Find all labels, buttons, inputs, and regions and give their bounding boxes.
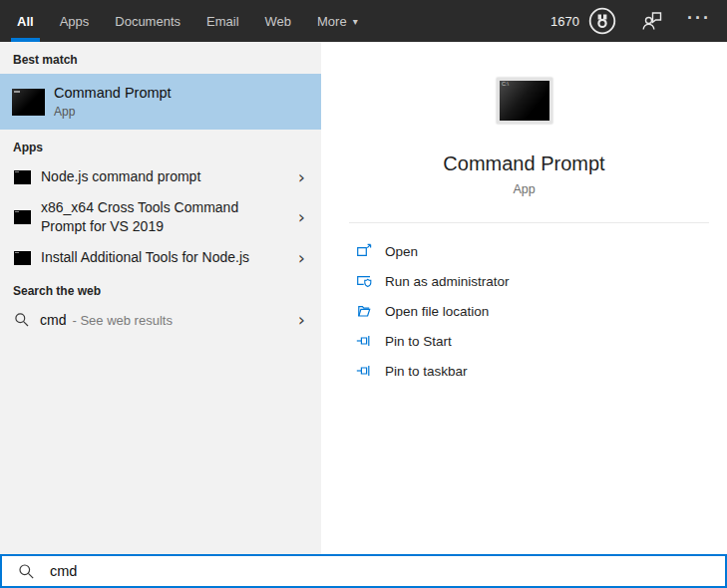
command-prompt-icon	[12, 89, 45, 116]
search-filter-bar: All Apps Documents Email Web More ▾ 1670…	[0, 0, 727, 42]
pin-icon	[356, 333, 372, 349]
tab-documents-label: Documents	[115, 14, 181, 29]
best-match-command-prompt[interactable]: Command Prompt App	[0, 74, 321, 130]
command-prompt-large-icon: C:\	[497, 78, 552, 124]
action-open-label: Open	[385, 244, 418, 259]
web-query: cmd	[40, 312, 66, 328]
app-item-install-additional-tools[interactable]: Install Additional Tools for Node.js ›	[0, 242, 321, 273]
results-panel: Best match Command Prompt App Apps Node.…	[0, 42, 321, 554]
terminal-icon	[14, 210, 31, 224]
search-input[interactable]: cmd	[0, 554, 727, 588]
tab-web-label: Web	[265, 14, 292, 29]
best-match-title: Command Prompt	[54, 85, 172, 101]
command-prompt-icon-text: C:\	[502, 81, 509, 87]
action-pin-to-start-label: Pin to Start	[385, 334, 452, 349]
tab-apps-label: Apps	[60, 14, 90, 29]
search-the-web-header: Search the web	[0, 273, 321, 305]
action-open-file-location-label: Open file location	[385, 304, 489, 319]
feedback-person-icon[interactable]	[641, 10, 663, 32]
action-list: Open Run as administrator Open file loca…	[321, 236, 727, 386]
more-options-icon[interactable]: ···	[687, 9, 711, 33]
chevron-down-icon: ▾	[353, 16, 358, 27]
preview-title: Command Prompt	[321, 152, 727, 175]
tab-email[interactable]: Email	[193, 0, 252, 42]
action-run-as-administrator[interactable]: Run as administrator	[321, 266, 727, 296]
rewards-medal-icon[interactable]	[587, 6, 617, 36]
terminal-icon	[14, 251, 31, 265]
tab-all[interactable]: All	[4, 0, 47, 42]
tab-email-label: Email	[206, 14, 239, 29]
tab-all-label: All	[17, 14, 34, 29]
best-match-text: Command Prompt App	[54, 85, 172, 119]
topbar-right-cluster: 1670 ···	[550, 0, 711, 42]
chevron-right-icon[interactable]: ›	[298, 249, 311, 267]
pin-icon	[356, 363, 372, 379]
action-pin-to-taskbar-label: Pin to taskbar	[385, 364, 468, 379]
shield-window-icon	[356, 273, 372, 289]
search-icon	[18, 563, 35, 580]
divider	[349, 222, 709, 223]
app-item-nodejs-command-prompt[interactable]: Node.js command prompt ›	[0, 161, 321, 192]
best-match-subtitle: App	[54, 105, 172, 119]
tab-more[interactable]: More ▾	[304, 0, 371, 42]
action-pin-to-taskbar[interactable]: Pin to taskbar	[321, 356, 727, 386]
action-open-file-location[interactable]: Open file location	[321, 296, 727, 326]
preview-hero: C:\ Command Prompt App	[321, 42, 727, 196]
web-query-suffix: - See web results	[72, 313, 172, 328]
action-pin-to-start[interactable]: Pin to Start	[321, 326, 727, 356]
best-match-header: Best match	[0, 42, 321, 74]
app-item-title: Node.js command prompt	[41, 167, 200, 186]
search-input-value: cmd	[50, 563, 77, 579]
filter-tabs: All Apps Documents Email Web More ▾	[4, 0, 371, 42]
chevron-right-icon[interactable]: ›	[298, 208, 311, 226]
chevron-right-icon[interactable]: ›	[298, 168, 311, 186]
action-open[interactable]: Open	[321, 236, 727, 266]
tab-web[interactable]: Web	[252, 0, 305, 42]
rewards-points: 1670	[550, 14, 579, 29]
app-item-cross-tools-command-prompt[interactable]: x86_x64 Cross Tools Command Prompt for V…	[0, 192, 321, 242]
app-item-title: Install Additional Tools for Node.js	[41, 248, 249, 267]
apps-header: Apps	[0, 130, 321, 161]
preview-subtitle: App	[321, 182, 727, 196]
action-run-as-administrator-label: Run as administrator	[385, 274, 510, 289]
tab-documents[interactable]: Documents	[102, 0, 193, 42]
preview-panel: C:\ Command Prompt App Open Run as admin…	[321, 42, 727, 554]
open-icon	[356, 243, 372, 259]
web-result-cmd[interactable]: cmd - See web results ›	[0, 305, 321, 335]
terminal-icon	[14, 170, 31, 184]
search-icon	[14, 312, 30, 328]
tab-apps[interactable]: Apps	[47, 0, 103, 42]
tab-more-label: More	[317, 14, 347, 29]
open-folder-icon	[356, 303, 372, 319]
app-item-title: x86_x64 Cross Tools Command Prompt for V…	[41, 198, 256, 236]
chevron-right-icon[interactable]: ›	[298, 311, 311, 329]
